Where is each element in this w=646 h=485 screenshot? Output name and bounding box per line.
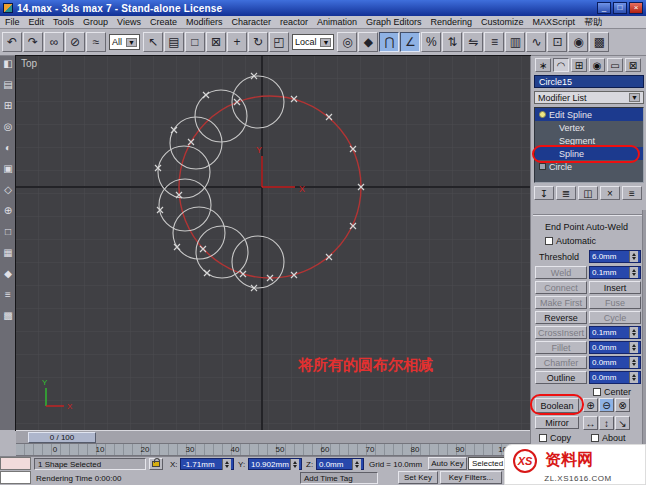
- align-tool-icon[interactable]: ≡: [484, 32, 504, 52]
- crossinsert-field[interactable]: 0.1mm: [589, 326, 641, 339]
- crossinsert-button[interactable]: CrossInsert: [535, 326, 587, 339]
- stack-item-segment[interactable]: Segment: [535, 134, 643, 147]
- track-bar[interactable]: 0 10 20 30 40 50 60 70 80 90 100: [16, 444, 530, 456]
- time-slider-track[interactable]: 0 / 100: [16, 430, 530, 444]
- pin-stack-icon[interactable]: ↧: [534, 186, 554, 200]
- select-and-manipulate-icon[interactable]: ◆: [358, 32, 378, 52]
- selection-lock-button[interactable]: [149, 458, 163, 470]
- about-checkbox[interactable]: About: [591, 433, 626, 443]
- menu-modifiers[interactable]: Modifiers: [186, 17, 223, 27]
- menu-graph-editors[interactable]: Graph Editors: [366, 17, 422, 27]
- percent-snap-icon[interactable]: %: [421, 32, 441, 52]
- display-tab-icon[interactable]: ▭: [607, 58, 623, 72]
- automatic-weld-checkbox[interactable]: Automatic: [545, 236, 596, 246]
- menu-views[interactable]: Views: [117, 17, 141, 27]
- hierarchy-tab-icon[interactable]: ⊞: [571, 58, 587, 72]
- close-button[interactable]: ×: [629, 2, 643, 14]
- fuse-button[interactable]: Fuse: [589, 296, 641, 309]
- checkbox-icon[interactable]: [593, 388, 601, 396]
- connect-button[interactable]: Connect: [535, 281, 587, 294]
- left-tool-icon[interactable]: ◧: [3, 59, 12, 69]
- y-coord-field[interactable]: 10.902mm: [248, 458, 302, 470]
- utilities-tab-icon[interactable]: ⊠: [625, 58, 641, 72]
- modifier-list-dropdown[interactable]: Modifier List ▼: [534, 91, 644, 104]
- x-coord-field[interactable]: -1.71mm: [180, 458, 234, 470]
- left-tool-icon[interactable]: ◐: [5, 143, 11, 153]
- boolean-intersection-icon[interactable]: ⊗: [615, 398, 630, 412]
- motion-tab-icon[interactable]: ◉: [589, 58, 605, 72]
- insert-button[interactable]: Insert: [589, 281, 641, 294]
- chamfer-field[interactable]: 0.0mm: [589, 356, 641, 369]
- bind-to-space-warp-icon[interactable]: ≈: [86, 32, 106, 52]
- cycle-button[interactable]: Cycle: [589, 311, 641, 324]
- use-pivot-center-icon[interactable]: ◎: [337, 32, 357, 52]
- spinner-icon[interactable]: [629, 327, 638, 338]
- schematic-view-icon[interactable]: ⊡: [547, 32, 567, 52]
- layer-manager-icon[interactable]: ▥: [505, 32, 525, 52]
- reverse-button[interactable]: Reverse: [535, 311, 587, 324]
- outline-button[interactable]: Outline: [535, 371, 587, 384]
- mirror-both-icon[interactable]: ↘: [615, 416, 630, 430]
- rectangular-selection-region-icon[interactable]: □: [185, 32, 205, 52]
- viewport-label[interactable]: Top: [21, 58, 37, 69]
- weld-threshold-field[interactable]: 0.1mm: [589, 266, 641, 279]
- menu-group[interactable]: Group: [83, 17, 108, 27]
- select-and-move-icon[interactable]: +: [227, 32, 247, 52]
- left-tool-icon[interactable]: □: [5, 227, 11, 237]
- reference-coordinate-dropdown[interactable]: Local ▼: [292, 34, 334, 50]
- spinner-icon[interactable]: [629, 372, 638, 383]
- select-by-name-icon[interactable]: ▤: [164, 32, 184, 52]
- panel-scrollbar[interactable]: [642, 210, 646, 456]
- boolean-button[interactable]: Boolean: [535, 398, 579, 413]
- spinner-icon[interactable]: [222, 459, 231, 470]
- mirror-vertical-icon[interactable]: ↕: [599, 416, 614, 430]
- crossing-selection-icon[interactable]: ⊠: [206, 32, 226, 52]
- copy-checkbox[interactable]: Copy: [539, 433, 571, 443]
- menu-file[interactable]: File: [5, 17, 20, 27]
- maxscript-mini-listener-bottom[interactable]: [0, 471, 31, 484]
- angle-snap-icon[interactable]: ∠: [400, 32, 420, 52]
- menu-animation[interactable]: Animation: [317, 17, 357, 27]
- minimize-button[interactable]: _: [597, 2, 611, 14]
- select-and-scale-icon[interactable]: ◰: [269, 32, 289, 52]
- mirror-horizontal-icon[interactable]: ↔: [583, 416, 598, 430]
- weld-button[interactable]: Weld: [535, 266, 587, 279]
- threshold-field[interactable]: 6.0mm: [589, 250, 641, 263]
- undo-icon[interactable]: ↶: [2, 32, 22, 52]
- boolean-subtraction-icon[interactable]: ⊖: [599, 398, 614, 412]
- snap-toggle-icon[interactable]: ⋂: [379, 32, 399, 52]
- object-name-field[interactable]: Circle15: [534, 75, 644, 88]
- chamfer-button[interactable]: Chamfer: [535, 356, 587, 369]
- left-tool-icon[interactable]: ◆: [4, 269, 12, 279]
- viewport-canvas[interactable]: X Y Y X: [16, 56, 530, 430]
- remove-modifier-icon[interactable]: ×: [600, 186, 620, 200]
- menu-edit[interactable]: Edit: [29, 17, 45, 27]
- time-slider-button[interactable]: 0 / 100: [28, 432, 96, 443]
- spinner-icon[interactable]: [352, 459, 361, 470]
- make-first-button[interactable]: Make First: [535, 296, 587, 309]
- menu-rendering[interactable]: Rendering: [431, 17, 473, 27]
- left-tool-icon[interactable]: ⊞: [4, 101, 12, 111]
- select-object-icon[interactable]: ↖: [143, 32, 163, 52]
- left-tool-icon[interactable]: ◇: [4, 185, 12, 195]
- spinner-icon[interactable]: [629, 342, 638, 353]
- stack-item-spline[interactable]: Spline: [535, 147, 643, 160]
- maxscript-mini-listener-top[interactable]: [0, 457, 31, 470]
- menu-help[interactable]: 帮助: [584, 16, 602, 29]
- stack-item-edit-spline[interactable]: Edit Spline: [535, 108, 643, 121]
- menu-customize[interactable]: Customize: [481, 17, 524, 27]
- selection-filter-dropdown[interactable]: All ▼: [109, 34, 140, 50]
- boolean-union-icon[interactable]: ⊕: [583, 398, 598, 412]
- left-tool-icon[interactable]: ◎: [4, 122, 13, 132]
- spinner-icon[interactable]: [290, 459, 299, 470]
- curve-editor-icon[interactable]: ∿: [526, 32, 546, 52]
- left-tool-icon[interactable]: ▣: [3, 164, 12, 174]
- left-tool-icon[interactable]: ▤: [3, 80, 12, 90]
- configure-modifier-sets-icon[interactable]: ≡: [622, 186, 642, 200]
- left-tool-icon[interactable]: ≡: [5, 290, 11, 300]
- modify-tab-icon[interactable]: ◠: [553, 58, 569, 72]
- unlink-selection-icon[interactable]: ⊘: [65, 32, 85, 52]
- redo-icon[interactable]: ↷: [23, 32, 43, 52]
- menu-tools[interactable]: Tools: [53, 17, 74, 27]
- create-tab-icon[interactable]: ∗: [535, 58, 551, 72]
